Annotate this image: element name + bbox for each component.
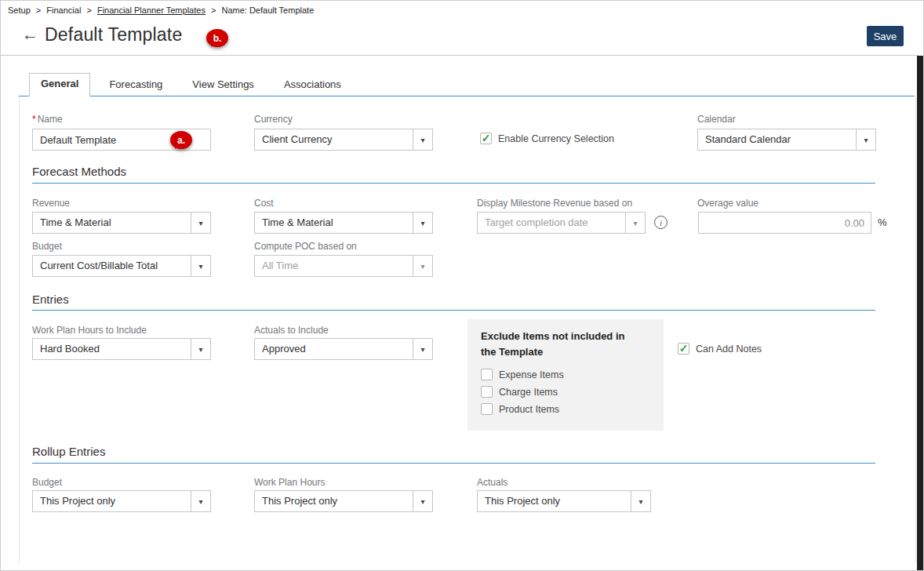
chevron-down-icon: ▾	[191, 256, 210, 276]
compute-poc-select: All Time ▾	[254, 255, 433, 277]
revenue-select-value: Time & Material	[33, 213, 191, 233]
rollup-actuals-select[interactable]: This Project only ▾	[477, 490, 651, 512]
compute-poc-select-value: All Time	[255, 256, 413, 276]
calendar-label: Calendar	[697, 114, 736, 125]
revenue-select[interactable]: Time & Material ▾	[32, 212, 211, 234]
actuals-include-value: Approved	[255, 339, 413, 359]
calendar-select[interactable]: Standard Calendar ▾	[697, 129, 876, 151]
annotation-callout-a: a.	[170, 131, 192, 149]
chevron-down-icon: ▾	[413, 256, 432, 276]
overage-value-label: Overage value	[697, 198, 758, 209]
check-icon: ✓	[482, 133, 491, 144]
breadcrumb-setup: Setup	[8, 5, 31, 15]
required-asterisk: *	[32, 114, 36, 125]
expense-items-checkbox[interactable]: Expense Items	[481, 369, 564, 380]
checkbox-box	[481, 369, 493, 380]
save-button[interactable]: Save	[867, 26, 904, 46]
revenue-label: Revenue	[32, 198, 70, 209]
expense-items-label: Expense Items	[499, 369, 564, 380]
breadcrumb: Setup > Financial > Financial Planner Te…	[8, 5, 314, 15]
work-plan-hours-include-value: Hard Booked	[33, 339, 191, 359]
back-arrow-icon[interactable]: ←	[22, 26, 38, 42]
budget-method-select[interactable]: Current Cost/Billable Total ▾	[32, 255, 211, 277]
rollup-budget-value: This Project only	[33, 491, 191, 511]
breadcrumb-financial: Financial	[46, 5, 81, 15]
annotation-callout-b: b.	[206, 29, 228, 47]
breadcrumb-separator: >	[211, 5, 216, 15]
section-divider	[32, 183, 875, 184]
section-divider	[32, 463, 875, 464]
cost-select[interactable]: Time & Material ▾	[254, 212, 433, 234]
rollup-budget-select[interactable]: This Project only ▾	[32, 490, 211, 512]
currency-select[interactable]: Client Currency ▾	[254, 129, 433, 151]
enable-currency-label: Enable Currency Selection	[498, 133, 614, 144]
name-field-label: *Name	[32, 114, 63, 125]
chevron-down-icon: ▾	[631, 491, 650, 511]
tab-view-settings[interactable]: View Settings	[181, 74, 265, 96]
tab-forecasting[interactable]: Forecasting	[98, 74, 173, 96]
chevron-down-icon: ▾	[413, 213, 432, 233]
info-icon[interactable]: i	[654, 216, 668, 229]
checkbox-box	[481, 403, 493, 415]
charge-items-checkbox[interactable]: Charge Items	[481, 386, 558, 398]
rollup-work-plan-hours-value: This Project only	[255, 491, 413, 511]
actuals-include-select[interactable]: Approved ▾	[254, 338, 433, 360]
exclude-items-panel: Exclude Items not included in the Templa…	[467, 319, 664, 431]
forecast-methods-heading: Forecast Methods	[32, 165, 126, 178]
percent-suffix: %	[878, 216, 887, 228]
can-add-notes-checkbox[interactable]: ✓ Can Add Notes	[678, 343, 762, 355]
compute-poc-label: Compute POC based on	[254, 241, 357, 252]
overage-value-input[interactable]	[698, 212, 871, 234]
checkbox-box: ✓	[678, 343, 689, 355]
rollup-work-plan-hours-label: Work Plan Hours	[254, 477, 325, 488]
actuals-include-label: Actuals to Include	[254, 325, 329, 336]
tab-bar: General Forecasting View Settings Associ…	[19, 75, 915, 96]
charge-items-label: Charge Items	[499, 387, 558, 398]
enable-currency-checkbox[interactable]: ✓ Enable Currency Selection	[480, 133, 614, 144]
rollup-budget-label: Budget	[32, 477, 62, 488]
check-icon: ✓	[679, 343, 689, 354]
chevron-down-icon: ▾	[413, 339, 432, 359]
milestone-revenue-select-value: Target completion date	[478, 213, 625, 233]
milestone-revenue-label: Display Milestone Revenue based on	[477, 198, 632, 209]
chevron-down-icon: ▾	[625, 213, 645, 233]
breadcrumb-separator: >	[36, 5, 41, 15]
budget-method-label: Budget	[32, 241, 62, 252]
page-title: Default Template	[45, 24, 182, 45]
checkbox-box	[481, 386, 493, 398]
breadcrumb-separator: >	[86, 5, 91, 15]
checkbox-box: ✓	[480, 133, 492, 144]
currency-label: Currency	[254, 114, 293, 125]
work-plan-hours-include-select[interactable]: Hard Booked ▾	[32, 338, 211, 360]
cost-select-value: Time & Material	[255, 213, 413, 233]
budget-method-select-value: Current Cost/Billable Total	[33, 256, 191, 276]
cost-label: Cost	[254, 198, 274, 209]
breadcrumb-current: Name: Default Template	[221, 5, 314, 15]
tab-associations[interactable]: Associations	[273, 74, 352, 96]
product-items-checkbox[interactable]: Product Items	[481, 403, 559, 415]
section-divider	[32, 310, 875, 311]
header-divider	[0, 55, 918, 56]
work-plan-hours-include-label: Work Plan Hours to Include	[32, 325, 147, 336]
chevron-down-icon: ▾	[191, 491, 210, 511]
can-add-notes-label: Can Add Notes	[696, 344, 762, 355]
rollup-work-plan-hours-select[interactable]: This Project only ▾	[254, 490, 433, 512]
rollup-actuals-value: This Project only	[478, 491, 631, 511]
exclude-items-title: Exclude Items not included in the Templa…	[481, 329, 642, 360]
tab-general[interactable]: General	[29, 73, 90, 96]
currency-select-value: Client Currency	[255, 129, 413, 150]
general-tab-panel: *Name a. Currency Client Currency ▾ ✓ En…	[19, 96, 916, 563]
chevron-down-icon: ▾	[413, 129, 432, 150]
product-items-label: Product Items	[499, 404, 559, 415]
entries-heading: Entries	[32, 293, 69, 306]
milestone-revenue-select: Target completion date ▾	[477, 212, 646, 234]
rollup-entries-heading: Rollup Entries	[32, 445, 105, 458]
vertical-scrollbar[interactable]	[917, 56, 923, 570]
chevron-down-icon: ▾	[191, 339, 210, 359]
breadcrumb-templates-link[interactable]: Financial Planner Templates	[97, 5, 206, 15]
chevron-down-icon: ▾	[856, 129, 875, 150]
chevron-down-icon: ▾	[413, 491, 432, 511]
calendar-select-value: Standard Calendar	[698, 129, 856, 150]
rollup-actuals-label: Actuals	[477, 477, 507, 488]
chevron-down-icon: ▾	[191, 213, 210, 233]
